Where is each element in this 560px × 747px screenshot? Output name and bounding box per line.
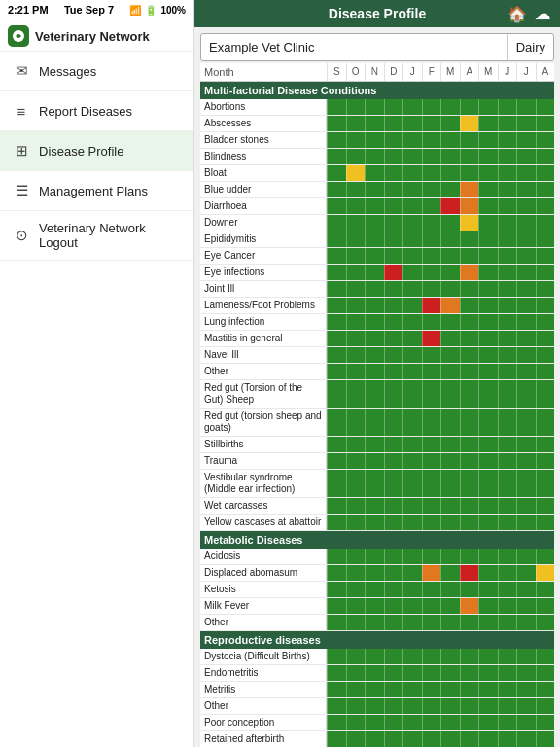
disease-cell[interactable]	[346, 314, 366, 330]
disease-cell[interactable]	[536, 165, 555, 181]
disease-cell[interactable]	[460, 649, 479, 664]
disease-cell[interactable]	[402, 380, 422, 408]
disease-cell[interactable]	[516, 731, 536, 747]
disease-cell[interactable]	[478, 165, 498, 181]
disease-row[interactable]: Downer	[200, 215, 554, 231]
disease-cell[interactable]	[346, 470, 366, 497]
disease-cell[interactable]	[440, 99, 460, 115]
disease-cell[interactable]	[460, 165, 479, 181]
disease-cell[interactable]	[440, 331, 460, 346]
disease-cell[interactable]	[327, 682, 346, 697]
disease-cell[interactable]	[516, 515, 536, 530]
disease-cell[interactable]	[384, 731, 403, 747]
disease-cell[interactable]	[516, 698, 536, 714]
disease-cell[interactable]	[384, 453, 403, 469]
disease-cell[interactable]	[422, 331, 441, 346]
disease-cell[interactable]	[327, 582, 346, 597]
disease-cell[interactable]	[327, 437, 346, 452]
disease-row[interactable]: Joint Ill	[200, 281, 554, 298]
disease-cell[interactable]	[422, 598, 441, 614]
disease-cell[interactable]	[478, 582, 498, 597]
disease-row[interactable]: Poor conception	[200, 715, 554, 731]
disease-cell[interactable]	[536, 698, 555, 714]
disease-cell[interactable]	[384, 281, 403, 297]
disease-cell[interactable]	[516, 665, 536, 681]
disease-cell[interactable]	[498, 549, 517, 564]
sidebar-item-logout[interactable]: ⊙ Veterinary Network Logout	[0, 211, 193, 261]
disease-row[interactable]: Stillbirths	[200, 437, 554, 453]
disease-cell[interactable]	[365, 498, 384, 514]
disease-row[interactable]: Diarrhoea	[200, 198, 554, 215]
disease-cell[interactable]	[365, 231, 384, 247]
disease-cell[interactable]	[402, 198, 422, 214]
disease-cell[interactable]	[536, 649, 555, 664]
disease-cell[interactable]	[365, 281, 384, 297]
disease-cell[interactable]	[478, 498, 498, 514]
disease-cell[interactable]	[365, 682, 384, 697]
disease-cell[interactable]	[346, 265, 366, 280]
disease-cell[interactable]	[516, 380, 536, 408]
disease-cell[interactable]	[478, 515, 498, 530]
disease-cell[interactable]	[440, 731, 460, 747]
disease-cell[interactable]	[402, 549, 422, 564]
disease-cell[interactable]	[402, 715, 422, 730]
disease-cell[interactable]	[365, 565, 384, 581]
disease-cell[interactable]	[402, 649, 422, 664]
disease-cell[interactable]	[536, 615, 555, 630]
disease-cell[interactable]	[498, 116, 517, 131]
disease-cell[interactable]	[478, 99, 498, 115]
disease-cell[interactable]	[422, 347, 441, 363]
disease-cell[interactable]	[440, 582, 460, 597]
disease-cell[interactable]	[365, 182, 384, 197]
disease-row[interactable]: Lung infection	[200, 314, 554, 331]
disease-cell[interactable]	[365, 149, 384, 164]
disease-cell[interactable]	[460, 132, 479, 148]
disease-cell[interactable]	[460, 698, 479, 714]
disease-cell[interactable]	[402, 615, 422, 630]
disease-cell[interactable]	[440, 198, 460, 214]
disease-cell[interactable]	[384, 380, 403, 408]
disease-cell[interactable]	[460, 470, 479, 497]
disease-cell[interactable]	[327, 665, 346, 681]
disease-cell[interactable]	[402, 498, 422, 514]
disease-cell[interactable]	[402, 298, 422, 313]
disease-cell[interactable]	[402, 682, 422, 697]
disease-cell[interactable]	[327, 549, 346, 564]
disease-cell[interactable]	[536, 198, 555, 214]
disease-cell[interactable]	[327, 132, 346, 148]
disease-cell[interactable]	[460, 215, 479, 231]
disease-row[interactable]: Acidosis	[200, 549, 554, 565]
disease-cell[interactable]	[440, 682, 460, 697]
disease-cell[interactable]	[516, 453, 536, 469]
disease-cell[interactable]	[536, 149, 555, 164]
disease-cell[interactable]	[402, 281, 422, 297]
disease-cell[interactable]	[327, 380, 346, 408]
disease-cell[interactable]	[402, 470, 422, 497]
disease-cell[interactable]	[460, 682, 479, 697]
disease-cell[interactable]	[478, 265, 498, 280]
disease-cell[interactable]	[346, 248, 366, 264]
disease-cell[interactable]	[346, 731, 366, 747]
disease-cell[interactable]	[516, 549, 536, 564]
disease-cell[interactable]	[402, 231, 422, 247]
disease-cell[interactable]	[440, 598, 460, 614]
disease-cell[interactable]	[498, 99, 517, 115]
disease-cell[interactable]	[384, 470, 403, 497]
disease-cell[interactable]	[422, 453, 441, 469]
disease-cell[interactable]	[460, 182, 479, 197]
disease-cell[interactable]	[460, 731, 479, 747]
disease-cell[interactable]	[346, 665, 366, 681]
disease-cell[interactable]	[365, 198, 384, 214]
disease-cell[interactable]	[498, 470, 517, 497]
disease-cell[interactable]	[478, 470, 498, 497]
disease-cell[interactable]	[327, 515, 346, 530]
disease-cell[interactable]	[384, 265, 403, 280]
disease-cell[interactable]	[327, 565, 346, 581]
disease-cell[interactable]	[346, 698, 366, 714]
disease-cell[interactable]	[346, 182, 366, 197]
disease-cell[interactable]	[402, 116, 422, 131]
disease-cell[interactable]	[498, 380, 517, 408]
disease-cell[interactable]	[460, 298, 479, 313]
disease-cell[interactable]	[402, 665, 422, 681]
disease-cell[interactable]	[516, 615, 536, 630]
